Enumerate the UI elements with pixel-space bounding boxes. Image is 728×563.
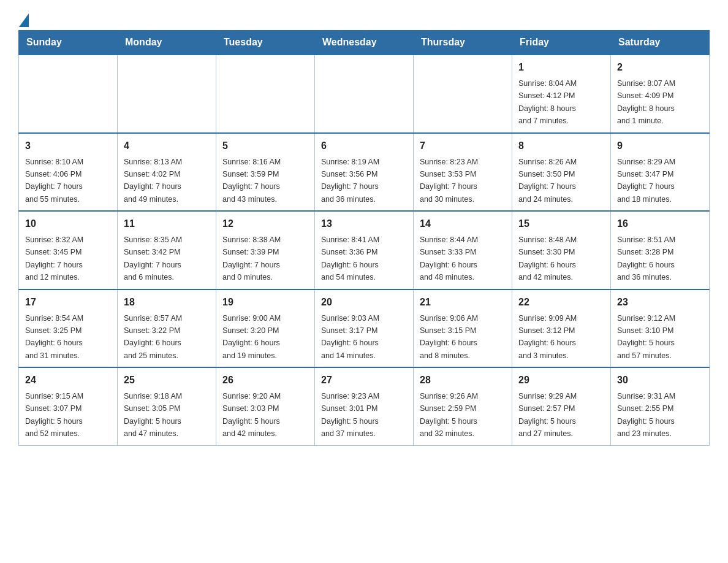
day-number: 4 xyxy=(124,139,210,153)
calendar-cell xyxy=(315,55,414,133)
logo-triangle-icon xyxy=(19,13,29,27)
calendar-cell: 24Sunrise: 9:15 AMSunset: 3:07 PMDayligh… xyxy=(19,367,118,445)
day-info: Sunrise: 8:38 AMSunset: 3:39 PMDaylight:… xyxy=(222,236,281,282)
day-number: 15 xyxy=(518,216,604,231)
day-number: 29 xyxy=(518,373,604,388)
calendar-cell: 25Sunrise: 9:18 AMSunset: 3:05 PMDayligh… xyxy=(118,367,216,445)
day-info: Sunrise: 9:15 AMSunset: 3:07 PMDaylight:… xyxy=(25,392,83,438)
weekday-header-wednesday: Wednesday xyxy=(315,31,414,55)
calendar-cell xyxy=(118,55,216,133)
day-number: 16 xyxy=(617,216,703,231)
weekday-header-row: SundayMondayTuesdayWednesdayThursdayFrid… xyxy=(19,31,710,55)
day-info: Sunrise: 9:29 AMSunset: 2:57 PMDaylight:… xyxy=(518,392,577,438)
day-info: Sunrise: 8:29 AMSunset: 3:47 PMDaylight:… xyxy=(617,158,675,204)
calendar-cell: 27Sunrise: 9:23 AMSunset: 3:01 PMDayligh… xyxy=(315,367,414,445)
calendar-cell: 11Sunrise: 8:35 AMSunset: 3:42 PMDayligh… xyxy=(118,211,216,289)
day-number: 5 xyxy=(222,139,308,153)
calendar-cell: 6Sunrise: 8:19 AMSunset: 3:56 PMDaylight… xyxy=(315,133,414,212)
day-number: 19 xyxy=(222,295,308,310)
day-info: Sunrise: 9:12 AMSunset: 3:10 PMDaylight:… xyxy=(617,314,675,360)
day-number: 7 xyxy=(420,139,506,153)
day-number: 21 xyxy=(420,295,506,310)
day-number: 10 xyxy=(25,216,111,231)
day-number: 8 xyxy=(518,139,604,153)
weekday-header-monday: Monday xyxy=(118,31,216,55)
day-info: Sunrise: 8:10 AMSunset: 4:06 PMDaylight:… xyxy=(25,158,83,204)
day-info: Sunrise: 9:26 AMSunset: 2:59 PMDaylight:… xyxy=(420,392,478,438)
day-info: Sunrise: 8:23 AMSunset: 3:53 PMDaylight:… xyxy=(420,158,478,204)
day-info: Sunrise: 8:32 AMSunset: 3:45 PMDaylight:… xyxy=(25,236,83,282)
day-info: Sunrise: 8:57 AMSunset: 3:22 PMDaylight:… xyxy=(124,314,182,360)
day-info: Sunrise: 8:07 AMSunset: 4:09 PMDaylight:… xyxy=(617,79,675,125)
day-number: 28 xyxy=(420,373,506,388)
day-info: Sunrise: 9:03 AMSunset: 3:17 PMDaylight:… xyxy=(321,314,379,360)
day-number: 12 xyxy=(222,216,308,231)
day-info: Sunrise: 9:06 AMSunset: 3:15 PMDaylight:… xyxy=(420,314,478,360)
day-number: 1 xyxy=(518,60,604,75)
calendar-cell: 18Sunrise: 8:57 AMSunset: 3:22 PMDayligh… xyxy=(118,289,216,368)
day-number: 24 xyxy=(25,373,111,388)
calendar-cell: 23Sunrise: 9:12 AMSunset: 3:10 PMDayligh… xyxy=(611,289,710,368)
day-number: 27 xyxy=(321,373,407,388)
day-info: Sunrise: 8:54 AMSunset: 3:25 PMDaylight:… xyxy=(25,314,83,360)
weekday-header-friday: Friday xyxy=(512,31,611,55)
day-number: 6 xyxy=(321,139,407,153)
calendar-cell: 10Sunrise: 8:32 AMSunset: 3:45 PMDayligh… xyxy=(19,211,118,289)
calendar-week-4: 17Sunrise: 8:54 AMSunset: 3:25 PMDayligh… xyxy=(19,289,710,368)
day-info: Sunrise: 8:16 AMSunset: 3:59 PMDaylight:… xyxy=(222,158,281,204)
day-number: 20 xyxy=(321,295,407,310)
day-number: 22 xyxy=(518,295,604,310)
weekday-header-saturday: Saturday xyxy=(611,31,710,55)
day-info: Sunrise: 9:20 AMSunset: 3:03 PMDaylight:… xyxy=(222,392,281,438)
day-number: 23 xyxy=(617,295,703,310)
day-info: Sunrise: 9:00 AMSunset: 3:20 PMDaylight:… xyxy=(222,314,281,360)
calendar-cell: 21Sunrise: 9:06 AMSunset: 3:15 PMDayligh… xyxy=(414,289,512,368)
calendar-cell: 13Sunrise: 8:41 AMSunset: 3:36 PMDayligh… xyxy=(315,211,414,289)
calendar-cell: 16Sunrise: 8:51 AMSunset: 3:28 PMDayligh… xyxy=(611,211,710,289)
day-number: 25 xyxy=(124,373,210,388)
calendar-cell: 22Sunrise: 9:09 AMSunset: 3:12 PMDayligh… xyxy=(512,289,611,368)
calendar-cell: 1Sunrise: 8:04 AMSunset: 4:12 PMDaylight… xyxy=(512,55,611,133)
day-info: Sunrise: 8:26 AMSunset: 3:50 PMDaylight:… xyxy=(518,158,577,204)
calendar-cell: 2Sunrise: 8:07 AMSunset: 4:09 PMDaylight… xyxy=(611,55,710,133)
day-info: Sunrise: 9:31 AMSunset: 2:55 PMDaylight:… xyxy=(617,392,675,438)
day-info: Sunrise: 8:41 AMSunset: 3:36 PMDaylight:… xyxy=(321,236,379,282)
weekday-header-tuesday: Tuesday xyxy=(216,31,315,55)
calendar-cell: 7Sunrise: 8:23 AMSunset: 3:53 PMDaylight… xyxy=(414,133,512,212)
calendar-week-3: 10Sunrise: 8:32 AMSunset: 3:45 PMDayligh… xyxy=(19,211,710,289)
calendar-cell: 29Sunrise: 9:29 AMSunset: 2:57 PMDayligh… xyxy=(512,367,611,445)
day-info: Sunrise: 9:09 AMSunset: 3:12 PMDaylight:… xyxy=(518,314,577,360)
day-info: Sunrise: 8:19 AMSunset: 3:56 PMDaylight:… xyxy=(321,158,379,204)
day-number: 3 xyxy=(25,139,111,153)
day-number: 30 xyxy=(617,373,703,388)
day-number: 13 xyxy=(321,216,407,231)
calendar-cell: 28Sunrise: 9:26 AMSunset: 2:59 PMDayligh… xyxy=(414,367,512,445)
day-number: 18 xyxy=(124,295,210,310)
calendar-cell: 26Sunrise: 9:20 AMSunset: 3:03 PMDayligh… xyxy=(216,367,315,445)
weekday-header-thursday: Thursday xyxy=(414,31,512,55)
page-header xyxy=(18,12,710,24)
calendar-cell xyxy=(414,55,512,133)
calendar-week-2: 3Sunrise: 8:10 AMSunset: 4:06 PMDaylight… xyxy=(19,133,710,212)
calendar-cell: 15Sunrise: 8:48 AMSunset: 3:30 PMDayligh… xyxy=(512,211,611,289)
calendar-cell: 8Sunrise: 8:26 AMSunset: 3:50 PMDaylight… xyxy=(512,133,611,212)
calendar-cell: 9Sunrise: 8:29 AMSunset: 3:47 PMDaylight… xyxy=(611,133,710,212)
calendar-week-5: 24Sunrise: 9:15 AMSunset: 3:07 PMDayligh… xyxy=(19,367,710,445)
calendar-cell xyxy=(216,55,315,133)
weekday-header-sunday: Sunday xyxy=(19,31,118,55)
day-info: Sunrise: 8:48 AMSunset: 3:30 PMDaylight:… xyxy=(518,236,577,282)
day-number: 11 xyxy=(124,216,210,231)
calendar-cell: 20Sunrise: 9:03 AMSunset: 3:17 PMDayligh… xyxy=(315,289,414,368)
day-number: 26 xyxy=(222,373,308,388)
calendar-cell: 14Sunrise: 8:44 AMSunset: 3:33 PMDayligh… xyxy=(414,211,512,289)
day-number: 9 xyxy=(617,139,703,153)
calendar-cell: 19Sunrise: 9:00 AMSunset: 3:20 PMDayligh… xyxy=(216,289,315,368)
day-info: Sunrise: 8:51 AMSunset: 3:28 PMDaylight:… xyxy=(617,236,675,282)
day-info: Sunrise: 8:35 AMSunset: 3:42 PMDaylight:… xyxy=(124,236,182,282)
calendar-cell: 17Sunrise: 8:54 AMSunset: 3:25 PMDayligh… xyxy=(19,289,118,368)
calendar-cell: 3Sunrise: 8:10 AMSunset: 4:06 PMDaylight… xyxy=(19,133,118,212)
day-number: 2 xyxy=(617,60,703,75)
day-number: 14 xyxy=(420,216,506,231)
logo xyxy=(18,12,29,24)
day-info: Sunrise: 8:04 AMSunset: 4:12 PMDaylight:… xyxy=(518,79,577,125)
